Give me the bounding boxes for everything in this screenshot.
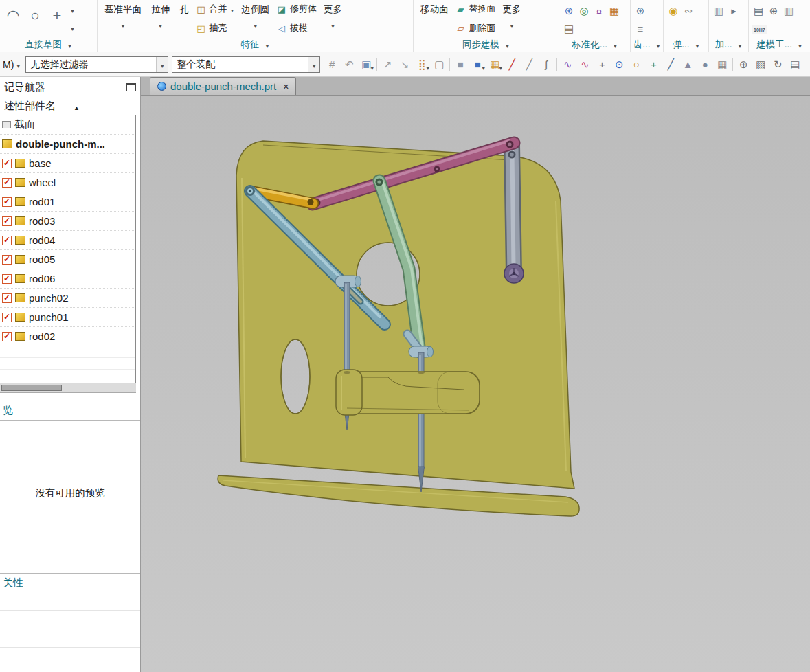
spring-cut-icon[interactable]: ∾: [682, 3, 695, 19]
part-checkbox[interactable]: [2, 197, 12, 207]
selection-filter-combo[interactable]: 无选择过滤器: [25, 56, 168, 73]
float-window-icon[interactable]: [126, 83, 136, 91]
circle-icon[interactable]: ○: [628, 56, 644, 73]
chevron-down-icon[interactable]: [121, 20, 126, 30]
part-checkbox[interactable]: [2, 159, 12, 168]
shell-button[interactable]: 抽壳: [196, 20, 235, 36]
part-checkbox[interactable]: [2, 274, 12, 284]
extrude-button[interactable]: 拉伸: [147, 1, 174, 38]
tree-part-row[interactable]: rod01: [0, 192, 135, 212]
datum-plane-button[interactable]: 基准平面: [100, 1, 146, 38]
report-icon[interactable]: ▥: [782, 3, 796, 19]
part-checkbox[interactable]: [2, 216, 12, 226]
gear-modeling-icon[interactable]: ⊛: [633, 3, 647, 19]
part-checkbox[interactable]: [2, 178, 12, 188]
more-sync-button[interactable]: 更多: [499, 1, 526, 38]
chevron-down-icon[interactable]: [70, 21, 75, 34]
standard-list-icon[interactable]: ▤: [562, 21, 576, 36]
group-label-modeling-tools[interactable]: 建模工...: [749, 38, 810, 52]
tree-part-row[interactable]: punch02: [0, 289, 135, 308]
tree-part-row[interactable]: punch01: [0, 308, 135, 327]
delete-face-button[interactable]: 删除面: [455, 20, 496, 36]
select-rect-icon[interactable]: ▢: [431, 56, 447, 73]
part-checkbox[interactable]: [2, 255, 12, 265]
group-label-standardize[interactable]: 标准化...: [559, 38, 630, 52]
grid-icon[interactable]: ▦: [714, 56, 730, 73]
replace-face-button[interactable]: 替换面: [455, 1, 496, 17]
shaded-edges-icon[interactable]: ■: [469, 56, 486, 73]
standard-grid-icon[interactable]: ▦: [607, 3, 621, 19]
combo-arrow[interactable]: [308, 57, 319, 72]
cone-icon[interactable]: ▲: [679, 56, 696, 73]
group-label-gear[interactable]: 齿...: [631, 38, 663, 52]
trim-body-button[interactable]: 修剪体: [276, 1, 317, 17]
tree-part-row[interactable]: rod06: [0, 269, 135, 289]
tree-part-row[interactable]: wheel: [0, 173, 135, 192]
snap-region-icon[interactable]: #: [324, 56, 340, 73]
part-checkbox[interactable]: [2, 236, 12, 245]
rollback-icon[interactable]: ↶: [341, 56, 357, 73]
group-label-spring[interactable]: 弹...: [664, 38, 708, 52]
orient-view-icon[interactable]: ▣: [358, 56, 374, 73]
zoom-window-icon[interactable]: ⊕: [735, 56, 752, 73]
tree-row-section[interactable]: 截面: [0, 115, 135, 135]
machining-prep-icon[interactable]: ▥: [712, 3, 725, 19]
art-spline-icon[interactable]: ∿: [559, 56, 576, 73]
datum-cross-icon[interactable]: +: [594, 56, 610, 73]
chevron-down-icon[interactable]: [158, 20, 163, 30]
refresh-icon[interactable]: ↻: [769, 56, 786, 73]
tab-close-button[interactable]: ×: [283, 81, 289, 92]
standard-bolt-icon[interactable]: ⊛: [562, 3, 576, 19]
dependencies-section-header[interactable]: 关性: [0, 573, 140, 592]
red-line-icon[interactable]: ╱: [504, 56, 520, 73]
sketch-spline-icon[interactable]: ◠: [3, 3, 23, 28]
part-checkbox[interactable]: [2, 293, 12, 303]
gray-line-icon[interactable]: ╱: [521, 56, 537, 73]
document-tab[interactable]: double-punch-mech.prt ×: [150, 77, 296, 95]
unite-button[interactable]: 合并: [196, 1, 235, 17]
chevron-down-icon[interactable]: [253, 20, 258, 30]
sketch-circle-icon[interactable]: ○: [25, 3, 45, 28]
measure-icon[interactable]: ⊕: [767, 3, 780, 19]
tree-part-row[interactable]: base: [0, 154, 135, 173]
selection-scope-combo[interactable]: 整个装配: [172, 56, 320, 73]
sphere-icon[interactable]: ●: [697, 56, 713, 73]
sort-ascending-icon[interactable]: [74, 100, 80, 112]
combo-arrow[interactable]: [156, 57, 168, 72]
snap-point-icon[interactable]: ⣿: [414, 56, 430, 73]
standard-pin-icon[interactable]: ¤: [592, 3, 606, 19]
gear-pair-icon[interactable]: ≡: [633, 21, 647, 36]
image-icon[interactable]: ▨: [752, 56, 769, 73]
tree-part-row[interactable]: rod02: [0, 327, 135, 346]
curve-icon[interactable]: ʃ: [538, 56, 554, 73]
face-pattern-icon[interactable]: ▦: [486, 56, 503, 73]
hole-button[interactable]: 孔: [175, 1, 193, 38]
part-link-gray[interactable]: [508, 146, 516, 273]
tree-horizontal-scrollbar[interactable]: [0, 383, 136, 393]
sketch-plus-icon[interactable]: +: [47, 3, 67, 28]
more-feature-button[interactable]: 更多: [319, 1, 346, 38]
navigator-column-header[interactable]: 述性部件名: [0, 98, 140, 115]
group-label-machining[interactable]: 加...: [709, 38, 748, 52]
tree-row-assembly[interactable]: double-punch-m...: [0, 135, 135, 154]
expressions-icon[interactable]: ▤: [752, 3, 765, 19]
shaded-view-icon[interactable]: ■: [452, 56, 469, 73]
group-label-synchronous-modeling[interactable]: 同步建模: [414, 38, 559, 52]
move-face-button[interactable]: 移动面: [416, 1, 453, 38]
tree-part-row[interactable]: rod05: [0, 250, 135, 269]
part-checkbox[interactable]: [2, 313, 12, 322]
part-guide-beam[interactable]: [336, 370, 480, 415]
preview-section-header[interactable]: 览: [0, 401, 140, 421]
tree-part-row[interactable]: rod03: [0, 212, 135, 231]
spring-coil-icon[interactable]: ◉: [666, 3, 680, 19]
scrollbar-thumb[interactable]: [1, 385, 62, 391]
menu-button[interactable]: M): [1, 59, 22, 70]
layers-icon[interactable]: ▤: [787, 56, 803, 73]
arrow-up-icon[interactable]: ↗: [379, 56, 396, 73]
point-icon[interactable]: ⊙: [611, 56, 627, 73]
draft-button[interactable]: 拔模: [276, 20, 317, 36]
tolerance-10h7-icon[interactable]: 10H7: [752, 25, 767, 34]
plus-icon[interactable]: +: [645, 56, 662, 73]
arrow-down-icon[interactable]: ↘: [396, 56, 413, 73]
chevron-down-icon[interactable]: [330, 20, 335, 30]
